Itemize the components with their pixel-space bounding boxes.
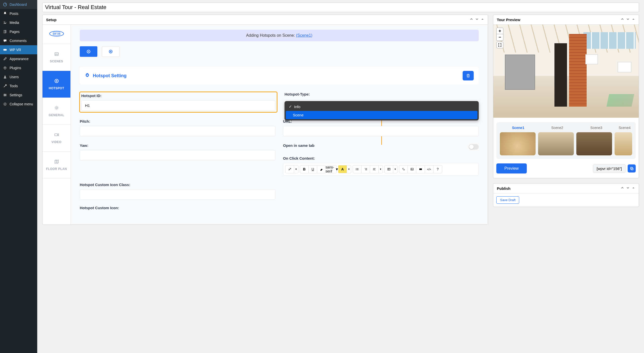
setup-panel: Setup WP VR SCENES [42,15,488,225]
hotspot-id-input[interactable] [81,100,275,111]
panel-down-icon[interactable] [626,17,630,22]
scene-label-2[interactable]: Scene2 [539,126,575,130]
panel-up-icon[interactable] [621,186,624,191]
editor-color-button[interactable]: A [338,165,347,173]
editor-table-dropdown[interactable]: ▼ [393,165,397,173]
dropdown-option-scene[interactable]: Scene [286,111,477,119]
video-icon [45,132,68,138]
page-title-input[interactable] [45,4,636,11]
url-input[interactable] [283,126,479,136]
hotspot-add-button[interactable] [102,46,119,57]
tab-floor-plan[interactable]: FLOOR PLAN [43,152,70,179]
scene-label-3[interactable]: Scene3 [578,126,615,130]
scene-thumb-3[interactable] [576,132,612,155]
panorama-viewer[interactable]: + − [493,25,639,118]
svg-rect-30 [631,168,633,170]
editor-image-button[interactable] [408,165,416,173]
sidebar-item-wpvr[interactable]: WP VR [0,45,37,54]
editor-code-button[interactable]: </> [425,165,433,173]
pitch-label: Pitch: [80,119,275,123]
vr-icon [3,47,8,52]
tab-video[interactable]: VIDEO [43,125,70,152]
editor-align-dropdown[interactable]: ▼ [379,165,383,173]
editor-help-button[interactable]: ? [433,165,442,173]
sidebar-item-settings[interactable]: Settings [0,91,37,100]
svg-rect-28 [419,168,422,170]
editor-video-button[interactable] [416,165,425,173]
sidebar-item-dashboard[interactable]: Dashboard [0,0,37,9]
scene-label-4[interactable]: Scene4 [617,126,632,130]
wp-admin-sidebar: Dashboard Posts Media Pages Comments WP … [0,0,37,353]
panel-toggle-icon[interactable] [632,186,635,191]
panel-title: Publish [497,186,510,191]
svg-rect-3 [5,30,7,33]
sidebar-item-label: Appearance [10,57,29,61]
yaw-input[interactable] [80,150,275,160]
sidebar-item-media[interactable]: Media [0,18,37,27]
copy-shortcode-button[interactable] [628,164,636,172]
zoom-out-button[interactable]: − [496,34,503,41]
editor-erase-button[interactable] [317,165,326,173]
scene-thumb-2[interactable] [538,132,574,155]
editor-bold-button[interactable]: B [300,165,309,173]
sidebar-item-plugins[interactable]: Plugins [0,63,37,72]
sidebar-item-tools[interactable]: Tools [0,81,37,91]
plus-circle-icon [109,50,113,54]
panel-down-icon[interactable] [475,17,479,22]
editor-underline-button[interactable]: U [309,165,317,173]
on-click-label: On Click Content: [283,156,479,160]
rich-text-editor: ▼ B U sans-serif ▼ [283,163,479,175]
editor-color-dropdown[interactable]: ▼ [347,165,351,173]
tab-hotspot[interactable]: HOTSPOT [43,71,70,98]
editor-align-button[interactable] [370,165,379,173]
scene-link[interactable]: (Scene1) [296,33,312,37]
preview-button[interactable]: Preview [496,163,527,173]
panel-up-icon[interactable] [470,17,473,22]
dropdown-option-info[interactable]: Info [286,102,477,111]
editor-magic-dropdown[interactable]: ▼ [294,165,298,173]
editor-ul-button[interactable] [353,165,361,173]
yaw-label: Yaw: [80,143,275,148]
wrench-icon [3,83,8,89]
target-icon [87,50,91,54]
sidebar-item-posts[interactable]: Posts [0,9,37,18]
hotspot-current-button[interactable] [80,46,97,57]
hotspot-type-dropdown[interactable]: Info Scene [285,101,479,120]
custom-icon-class-input[interactable] [80,189,275,200]
scene-thumb-4[interactable] [615,132,632,155]
sidebar-item-collapse[interactable]: Collapse menu [0,100,37,109]
hotspot-type-label: Hotspot-Type: [285,92,479,96]
main-content: Setup WP VR SCENES [37,0,644,353]
brush-icon [3,56,8,61]
editor-font-select[interactable]: sans-serif ▼ [328,165,336,173]
editor-magic-button[interactable] [286,165,294,173]
magic-icon [288,167,292,171]
sidebar-item-users[interactable]: Users [0,72,37,81]
panel-up-icon[interactable] [621,17,624,22]
zoom-in-button[interactable]: + [496,28,503,34]
sidebar-item-comments[interactable]: Comments [0,36,37,45]
editor-table-button[interactable] [385,165,393,173]
editor-ol-button[interactable]: 1 [361,165,370,173]
sidebar-item-appearance[interactable]: Appearance [0,54,37,63]
panel-toggle-icon[interactable] [481,17,484,22]
scene-label-1[interactable]: Scene1 [500,126,536,130]
plug-icon [3,65,8,70]
panel-toggle-icon[interactable] [632,17,635,22]
panel-down-icon[interactable] [626,186,630,191]
editor-link-button[interactable] [399,165,408,173]
tab-scenes[interactable]: SCENES [43,44,70,71]
sidebar-item-label: Dashboard [10,3,27,7]
setup-panel-header: Setup [43,15,488,25]
preview-panel-header: Tour Preview [493,15,639,25]
open-same-tab-toggle[interactable] [469,144,479,150]
pitch-input[interactable] [80,126,275,136]
scene-thumb-1[interactable] [500,132,536,155]
save-draft-button[interactable]: Save Draft [496,196,519,204]
fullscreen-button[interactable] [496,42,503,48]
sidebar-item-pages[interactable]: Pages [0,27,37,36]
shortcode-text: [wpvr id="156"] [593,164,626,173]
delete-button[interactable] [463,71,474,80]
svg-point-9 [4,103,6,105]
tab-general[interactable]: GENERAL [43,98,70,125]
